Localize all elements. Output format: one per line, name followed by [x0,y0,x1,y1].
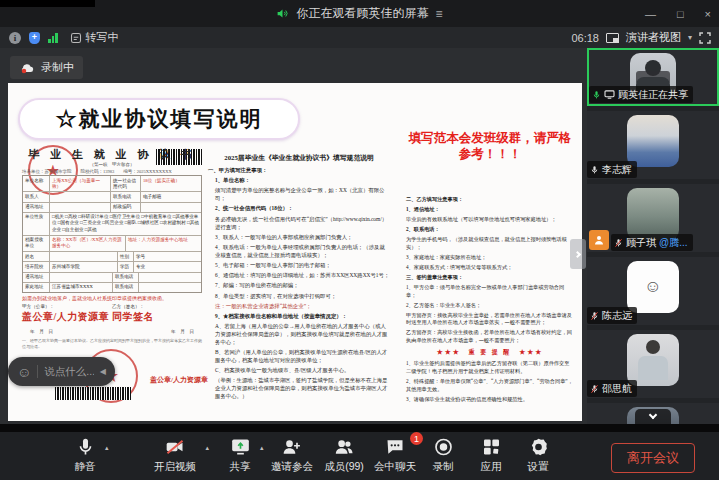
maximize-button[interactable]: □ [677,8,684,20]
participant-tile[interactable]: ☺ 陈志远 [587,257,719,325]
toolbar-divider [0,424,719,432]
layout-icon [606,33,619,43]
emoji-icon[interactable]: ☺ [17,365,31,379]
doc-line: 2、联系电话： [406,226,574,234]
mic-muted-icon [590,311,599,321]
collapse-panel-handle[interactable] [570,239,586,269]
participant-tile[interactable]: 邵思航 [587,330,719,398]
mic-on-icon [592,90,601,100]
doc-line: 1、通信地址： [406,206,574,214]
minimize-button[interactable]: — [645,8,656,20]
doodle-face-icon: ☺ [644,277,661,297]
gear-icon [528,437,548,457]
record-button[interactable]: 录制 [433,437,454,474]
collapse-chat-icon[interactable]: ◀ [100,367,106,376]
doc-line: 4、家庭联系方式：填写电话父母等联系方式； [406,264,574,272]
network-signal-icon [48,32,58,43]
mic-muted-icon [614,238,623,248]
chat-input-placeholder[interactable]: 说点什么... [44,365,94,379]
participant-label: 顾子琪@腾... [611,234,693,251]
scroll-participants-down-button[interactable] [635,409,671,424]
doc-line: 2、乙方签名：毕业生本人签名； [406,302,574,310]
view-mode-caret-icon[interactable]: ▾ [688,33,692,42]
form-red-note: 如需办到就业地落户，盖就业地人社系统印章或提供档案接收函。 [22,295,202,301]
participant-tile[interactable]: 顾子琪@腾... [587,184,719,252]
share-screen-icon [230,437,250,457]
doc-line: 注：一般的私营企业请选择“其他企业”； [208,303,390,311]
instructions-column: 2025届毕业生《毕业生就业协议书》填写规范说明 一、甲方填写注意事项： 1、单… [208,153,390,403]
meeting-timer: 06:18 [571,32,599,44]
share-options-caret[interactable]: ▴ [260,444,264,452]
transcribe-icon [70,32,82,44]
apps-button[interactable]: 应用 [481,437,502,474]
participant-tile-sharing[interactable]: 顾英佳正在共享 [587,48,719,106]
mute-button[interactable]: 静音 ▴ [75,437,96,474]
quick-chat-bubble[interactable]: ☺ 说点什么... ◀ [8,357,115,386]
doc-line: 8、单位类型：据实填写，在对应选项中打钩即可； [208,293,390,301]
doc-line: 1、甲方公章：须与单位名称完全一致或单位人事部门盖章或劳动合同章； [406,284,574,300]
bottom-toolbar: 静音 ▴ 开启视频 ▴ 共享 ▴ 邀请参会 成员(99) 1 会中聊天 [0,432,719,480]
doc-line: 毕业后的有效联系地址（可以填写单位地址也可填写家庭地址）； [406,216,574,224]
doc-line: A、若留上海（用人单位的公章→用人单位所在地的人才服务中心（或人力资源和社会保障… [208,323,390,346]
doc-line: 3、家庭地址：家庭实际所在地址； [406,254,574,262]
participant-label: 李志辉 [587,161,637,178]
participant-tile[interactable]: 李志辉 [587,111,719,179]
red-notice: 填写范本会发班级群，请严格参考！！！ [406,131,574,162]
participant-label: 顾英佳正在共享 [589,86,693,103]
leave-meeting-button[interactable]: 离开会议 [611,443,695,473]
instructions-heading: 2025届毕业生《毕业生就业协议书》填写规范说明 [208,153,390,163]
mute-options-caret[interactable]: ▴ [105,444,109,452]
doc-line: 6、通信地址：填写的单位的详细地址，如：苏州市XX区XX路XX号1号； [208,272,390,280]
close-button[interactable]: × [705,8,711,20]
doc-line: 1、毕业生签约后需提供签约盖章后的乙方留存联（第二联）原件作交至二级学院！电子档… [406,360,574,376]
doc-line: 三、签约盖章注意事项： [406,274,574,282]
doc-line: 为学生的手机号码，（涉及就业核查信息，就业信息上报时须按电话核实）； [406,236,574,252]
settings-button[interactable]: 设置 [528,437,549,474]
doc-line: 2、统一社会信用代码（18位）： [208,205,390,213]
banner-menu-icon[interactable]: ≡ [435,7,442,21]
barcode [55,387,131,400]
meeting-info-icon[interactable]: i [9,32,21,44]
doc-line: 须写清楚甲方单位的完整名称与企业公章一致，如：XX（北京）有限公司； [208,187,390,203]
agreement-form: 毕 业 生 就 业 协 议 书 （第一联 甲方留存） 培养单位：苏州城市学院 院… [22,147,202,350]
party-b-sign-text: 同学签名 [112,310,202,324]
transcribe-label: 转写中 [86,30,119,45]
transcription-status[interactable]: 转写中 [70,30,119,45]
recording-badge[interactable]: 录制中 [10,56,83,79]
doc-line: 4、联系电话：一般为单位人事经理或所属部门负责人的电话；（涉及就业核查信息，就业… [208,244,390,260]
form-subtitle: （第一联 甲方留存） [22,162,202,167]
start-video-button[interactable]: 开启视频 ▴ [154,437,196,474]
chevron-right-icon [573,250,580,257]
doc-line: 2、特殊提醒：单位用章仅限“公章”、“人力资源部门章”、“劳动合同章”，其他用章… [406,378,574,394]
doc-line: 务必准确无误，统一社会信用代码可在“启信宝”（http://www.qixin.… [208,216,390,232]
stamp-hint-text: 盖公章/人力资源章 [150,375,208,385]
video-options-caret[interactable]: ▴ [205,444,209,452]
participant-label: 陈志远 [587,307,637,324]
important-reminder-heading: ★★★ 重 要 提 醒 ★★★ [406,348,574,357]
recording-label: 录制中 [41,60,74,75]
watching-banner: 你正在观看顾英佳的屏幕 ≡ [0,0,719,27]
form-table: 单位名称上海XX公司（与盖章一致）统一社会信用代码18位（据实正确） 联系人联系… [22,175,202,293]
security-shield-icon[interactable]: + [29,32,40,44]
mention-suffix: @腾... [659,236,688,250]
form-title: 毕 业 生 就 业 协 议 书 [22,147,202,162]
banner-text: 你正在观看顾英佳的屏幕 [296,5,428,22]
chat-unread-badge: 1 [410,432,423,445]
party-b-label: 乙方（签名）： [112,304,202,309]
members-button[interactable]: 成员(99) [324,437,364,474]
fullscreen-icon[interactable] [699,32,711,44]
invite-button[interactable]: 邀请参会 [271,437,313,474]
camera-off-icon [165,437,185,457]
doc-line: 二、乙方填写注意事项： [406,196,574,204]
form-fine-print: 一、经甲乙双方协商一致签订本协议。乙方应按约定时间到甲方报到就业，甲方按约定落实… [22,338,202,350]
date-row: 年 月 日 年 月 日 [22,329,202,334]
share-screen-button[interactable]: 共享 ▴ [230,437,251,474]
doc-title: ☆就业协议填写说明 [18,98,300,140]
view-mode-selector[interactable]: 演讲者视图 [626,30,681,45]
doc-line: 1、单位名称： [208,177,390,185]
chat-button[interactable]: 1 会中聊天 [374,437,416,474]
screen-share-icon [604,90,615,99]
avatar [627,334,679,386]
party-a-stamp-text: 盖公章/人力资源章 [22,310,112,324]
chat-icon [385,437,405,457]
